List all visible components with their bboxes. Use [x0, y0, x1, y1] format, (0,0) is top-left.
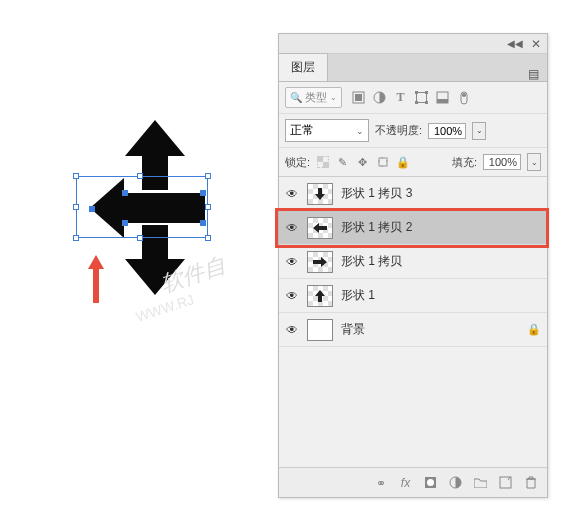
lock-label: 锁定: [285, 155, 310, 170]
lock-row: 锁定: ✎ ✥ 🔒 填充: 100% ⌄ [279, 148, 547, 177]
annotation-arrow [88, 255, 104, 303]
svg-marker-22 [313, 257, 327, 267]
layers-panel: ◀◀ ✕ 图层 ▤ 🔍 类型 ⌄ T 正常⌄ 不透明度: 100% ⌄ 锁定: [278, 33, 548, 498]
opacity-stepper[interactable]: ⌄ [472, 122, 486, 140]
handle-bc[interactable] [137, 235, 143, 241]
chevron-down-icon: ⌄ [330, 93, 337, 102]
opacity-label: 不透明度: [375, 123, 422, 138]
mask-icon[interactable] [424, 476, 437, 489]
new-layer-icon[interactable] [499, 476, 512, 489]
blend-mode-select[interactable]: 正常⌄ [285, 119, 369, 142]
fill-stepper[interactable]: ⌄ [527, 153, 541, 171]
delete-icon[interactable] [524, 476, 537, 489]
visibility-toggle[interactable]: 👁 [285, 289, 299, 303]
svg-rect-8 [415, 91, 418, 94]
blend-row: 正常⌄ 不透明度: 100% ⌄ [279, 114, 547, 148]
layers-list: 👁 形状 1 拷贝 3 👁 形状 1 拷贝 2 👁 形状 1 拷贝 👁 形状 1… [279, 177, 547, 347]
lock-all-icon[interactable]: 🔒 [396, 156, 409, 169]
svg-marker-20 [315, 188, 325, 200]
layer-filter-row: 🔍 类型 ⌄ T [279, 82, 547, 114]
lock-artboard-icon[interactable] [376, 156, 389, 169]
svg-rect-18 [323, 162, 329, 168]
adjustment-icon[interactable] [449, 476, 462, 489]
visibility-toggle[interactable]: 👁 [285, 323, 299, 337]
lock-transparency-icon[interactable] [316, 156, 329, 169]
handle-ml[interactable] [73, 204, 79, 210]
svg-rect-11 [425, 101, 428, 104]
layer-name[interactable]: 形状 1 拷贝 2 [341, 219, 541, 236]
selection-bounds[interactable] [76, 176, 208, 238]
handle-bl[interactable] [73, 235, 79, 241]
fill-input[interactable]: 100% [483, 154, 521, 170]
svg-rect-5 [355, 94, 362, 101]
collapse-icon[interactable]: ◀◀ [507, 38, 523, 49]
layer-name[interactable]: 背景 [341, 321, 519, 338]
tab-layers[interactable]: 图层 [279, 53, 328, 81]
filter-type-icon[interactable]: T [394, 91, 407, 104]
svg-rect-19 [379, 158, 387, 166]
filter-smart-icon[interactable] [436, 91, 449, 104]
filter-shape-icon[interactable] [415, 91, 428, 104]
lock-icon: 🔒 [527, 323, 541, 336]
handle-br[interactable] [205, 235, 211, 241]
handle-tl[interactable] [73, 173, 79, 179]
anchor[interactable] [122, 190, 128, 196]
lock-position-icon[interactable]: ✥ [356, 156, 369, 169]
layer-thumbnail[interactable] [307, 319, 333, 341]
layer-thumbnail[interactable] [307, 285, 333, 307]
handle-tc[interactable] [137, 173, 143, 179]
visibility-toggle[interactable]: 👁 [285, 255, 299, 269]
handle-tr[interactable] [205, 173, 211, 179]
visibility-toggle[interactable]: 👁 [285, 187, 299, 201]
close-icon[interactable]: ✕ [531, 37, 541, 51]
svg-point-15 [462, 93, 466, 97]
filter-toggle-icon[interactable] [457, 91, 470, 104]
layer-thumbnail[interactable] [307, 217, 333, 239]
layer-row[interactable]: 👁 形状 1 拷贝 [279, 245, 547, 279]
layer-row[interactable]: 👁 形状 1 拷贝 3 [279, 177, 547, 211]
layer-type-filter[interactable]: 🔍 类型 ⌄ [285, 87, 342, 108]
filter-adjust-icon[interactable] [373, 91, 386, 104]
anchor[interactable] [122, 220, 128, 226]
svg-rect-9 [425, 91, 428, 94]
anchor[interactable] [200, 190, 206, 196]
anchor[interactable] [89, 206, 95, 212]
svg-rect-13 [437, 99, 448, 103]
panel-menu-icon[interactable]: ▤ [520, 67, 547, 81]
svg-rect-10 [415, 101, 418, 104]
layer-name[interactable]: 形状 1 [341, 287, 541, 304]
svg-marker-23 [315, 290, 325, 302]
svg-marker-3 [88, 255, 104, 303]
search-icon: 🔍 [290, 92, 302, 103]
layer-thumbnail[interactable] [307, 251, 333, 273]
canvas[interactable] [40, 120, 260, 320]
layer-row[interactable]: 👁 背景 🔒 [279, 313, 547, 347]
svg-point-25 [427, 479, 434, 486]
anchor[interactable] [200, 220, 206, 226]
layer-row[interactable]: 👁 形状 1 拷贝 2 [279, 211, 547, 245]
group-icon[interactable] [474, 476, 487, 489]
lock-paint-icon[interactable]: ✎ [336, 156, 349, 169]
svg-marker-21 [313, 223, 327, 233]
handle-mr[interactable] [205, 204, 211, 210]
layer-row[interactable]: 👁 形状 1 [279, 279, 547, 313]
layer-name[interactable]: 形状 1 拷贝 3 [341, 185, 541, 202]
link-layers-icon[interactable]: ⚭ [374, 476, 387, 489]
filter-pixel-icon[interactable] [352, 91, 365, 104]
opacity-input[interactable]: 100% [428, 123, 466, 139]
panel-topbar: ◀◀ ✕ [279, 34, 547, 54]
layer-thumbnail[interactable] [307, 183, 333, 205]
visibility-toggle[interactable]: 👁 [285, 221, 299, 235]
panel-tabbar: 图层 ▤ [279, 54, 547, 82]
fill-label: 填充: [452, 155, 477, 170]
fx-icon[interactable]: fx [399, 476, 412, 489]
panel-footer: ⚭ fx [279, 467, 547, 497]
layer-name[interactable]: 形状 1 拷贝 [341, 253, 541, 270]
svg-rect-17 [317, 156, 323, 162]
